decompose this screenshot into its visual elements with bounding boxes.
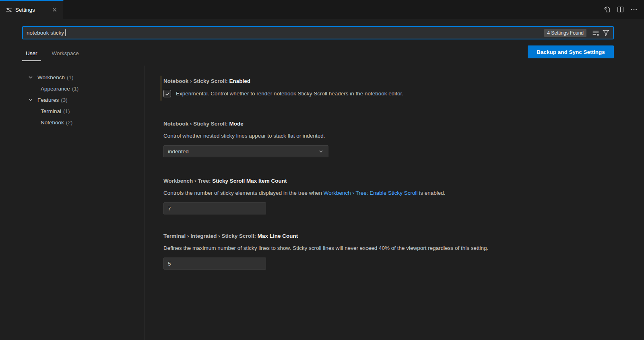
filter-icon[interactable] <box>601 29 610 37</box>
setting-title: Terminal › Integrated › Sticky Scroll: M… <box>163 233 620 240</box>
setting-label: Sticky Scroll Max Item Count <box>212 178 287 184</box>
tab-user[interactable]: User <box>22 47 41 61</box>
search-query-text: notebook sticky <box>27 30 64 36</box>
toc-label: Terminal <box>41 108 61 114</box>
checkbox[interactable] <box>163 90 171 97</box>
setting-title: Notebook › Sticky Scroll: Mode <box>163 120 620 128</box>
setting-category: Terminal › Integrated › Sticky Scroll: <box>163 233 258 239</box>
close-icon[interactable] <box>50 6 58 14</box>
setting-title: Workbench › Tree: Sticky Scroll Max Item… <box>163 177 620 185</box>
chevron-down-icon <box>27 97 35 103</box>
toc-label: Features <box>37 97 59 103</box>
tab-title: Settings <box>15 7 35 13</box>
setting-description: Control whether nested sticky lines appe… <box>163 132 620 140</box>
setting-description: Controls the number of sticky elements d… <box>163 190 620 197</box>
description-text: is enabled. <box>418 190 446 196</box>
enable-sticky-scroll-link[interactable]: Workbench › Tree: Enable Sticky Scroll <box>324 190 418 196</box>
chevron-down-icon <box>27 74 35 80</box>
setting-tree-sticky-scroll-max-item-count: Workbench › Tree: Sticky Scroll Max Item… <box>163 177 620 214</box>
setting-description: Experimental. Control whether to render … <box>176 90 403 97</box>
checkmark-icon <box>165 91 170 97</box>
text-cursor <box>65 29 66 36</box>
toc-count: (1) <box>72 86 79 92</box>
modified-indicator <box>161 76 161 101</box>
setting-category: Notebook › Sticky Scroll: <box>163 121 229 127</box>
toc-label: Appearance <box>41 86 70 92</box>
toc-item-terminal[interactable]: Terminal (1) <box>0 105 144 117</box>
setting-title: Notebook › Sticky Scroll: Enabled <box>163 78 620 85</box>
toc-item-features[interactable]: Features (3) <box>0 94 144 105</box>
mode-select[interactable]: indented <box>163 145 328 157</box>
toc-count: (3) <box>61 97 68 103</box>
open-settings-json-icon[interactable] <box>601 4 612 15</box>
toc-count: (1) <box>67 74 74 80</box>
select-value: indented <box>168 148 189 155</box>
max-line-count-input[interactable] <box>163 258 266 270</box>
description-text: Controls the number of sticky elements d… <box>163 190 324 196</box>
setting-category: Workbench › Tree: <box>163 178 212 184</box>
setting-notebook-sticky-scroll-enabled: Notebook › Sticky Scroll: Enabled Experi… <box>163 78 620 97</box>
setting-label: Max Line Count <box>258 233 298 239</box>
editor-actions <box>601 0 639 19</box>
setting-label: Enabled <box>229 78 251 84</box>
toc-count: (1) <box>63 108 70 114</box>
setting-notebook-sticky-scroll-mode: Notebook › Sticky Scroll: Mode Control w… <box>163 120 620 157</box>
editor-tab-bar: Settings <box>0 0 644 19</box>
settings-search-input[interactable]: notebook sticky 4 Settings Found <box>22 26 614 39</box>
clear-search-results-icon[interactable] <box>591 29 600 37</box>
setting-description: Defines the maximum number of sticky lin… <box>163 245 620 252</box>
toc-item-notebook[interactable]: Notebook (2) <box>0 117 144 128</box>
setting-label: Mode <box>229 121 244 127</box>
toc-label: Workbench <box>37 74 65 80</box>
settings-scope-tabs: User Workspace <box>22 47 83 61</box>
toc-settings-divider[interactable] <box>144 66 144 340</box>
toc-item-appearance[interactable]: Appearance (1) <box>0 83 144 94</box>
settings-sliders-icon <box>6 7 12 13</box>
split-editor-icon[interactable] <box>615 4 625 15</box>
setting-terminal-sticky-scroll-max-line-count: Terminal › Integrated › Sticky Scroll: M… <box>163 233 620 270</box>
setting-category: Notebook › Sticky Scroll: <box>163 78 229 84</box>
max-item-count-input[interactable] <box>163 202 266 214</box>
tab-workspace[interactable]: Workspace <box>48 47 83 61</box>
toc-label: Notebook <box>41 120 64 126</box>
settings-toc: Workbench (1) Appearance (1) Features (3… <box>0 72 144 128</box>
results-count-badge: 4 Settings Found <box>544 29 586 37</box>
toc-count: (2) <box>66 120 73 126</box>
tab-settings[interactable]: Settings <box>0 0 64 19</box>
chevron-down-icon <box>318 148 324 155</box>
toc-item-workbench[interactable]: Workbench (1) <box>0 72 144 83</box>
backup-and-sync-settings-button[interactable]: Backup and Sync Settings <box>528 45 614 58</box>
more-actions-icon[interactable] <box>629 4 639 15</box>
